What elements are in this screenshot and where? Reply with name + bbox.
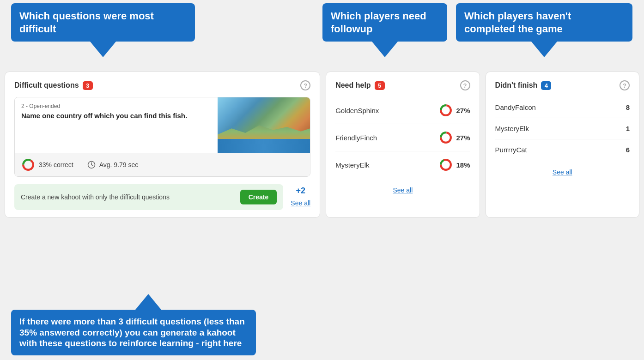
correct-donut [21,158,35,172]
create-button[interactable]: Create [240,190,277,204]
question-label: 2 - Open-ended [21,103,211,109]
card-header-didnt-finish: Didn't finish 4 ? [495,80,630,90]
see-all-need-help[interactable]: See all [335,186,470,194]
cards-row: Difficult questions 3 ? 2 - Open-ended N… [5,72,639,218]
create-bar-wrapper: Create a new kahoot with only the diffic… [14,182,283,210]
need-help-badge: 5 [375,81,385,90]
tooltip-2-text: Which players need followup [331,10,426,35]
tooltip-difficult-questions: Which questions were most difficult [11,3,195,42]
question-text-area: 2 - Open-ended Name one country off whic… [15,97,218,153]
player-name: GoldenSphinx [335,107,379,114]
difficult-questions-badge: 3 [83,81,93,90]
player-name: MysteryElk [335,161,369,169]
arrow-up-4 [135,294,161,310]
clock-icon [87,161,96,169]
arrow-down-1 [90,42,116,57]
need-help-title: Need help [335,81,371,90]
player-name: FriendlyFinch [335,134,377,142]
player-count: 6 [626,146,630,154]
player-row: FriendlyFinch 27% [335,124,470,151]
didnt-finish-players: DandyFalcon 8 MysteryElk 1 PurrrryCat 6 [495,97,630,160]
create-bar: Create a new kahoot with only the diffic… [14,184,283,210]
correct-stat: 33% correct [21,158,73,172]
need-help-card: Need help 5 ? GoldenSphinx 27% [326,72,480,218]
player-stat: 27% [439,103,470,117]
player-count: 1 [626,125,630,132]
player-count: 8 [626,103,630,111]
see-all-didnt-finish[interactable]: See all [495,168,630,176]
player-name: MysteryElk [495,125,529,132]
player-row: DandyFalcon 8 [495,97,630,118]
didnt-finish-badge: 4 [541,81,551,90]
question-text: Name one country off which you can find … [21,111,211,120]
player-donut [439,131,453,144]
tooltip-explanation: If there were more than 3 difficult ques… [11,310,256,355]
difficult-help-icon[interactable]: ? [300,80,310,90]
create-bar-text: Create a new kahoot with only the diffic… [21,193,170,201]
card-header-difficult: Difficult questions 3 ? [14,80,310,90]
player-pct: 27% [456,107,470,114]
avg-time-text: Avg. 9.79 sec [99,161,139,168]
difficult-questions-card: Difficult questions 3 ? 2 - Open-ended N… [5,72,320,218]
tooltip-3-text: Which players haven't completed the game [464,10,571,35]
player-donut [439,103,453,117]
avg-time-stat: Avg. 9.79 sec [87,161,139,169]
difficult-questions-title: Difficult questions [14,81,79,90]
player-pct: 18% [456,161,470,169]
correct-pct-text: 33% correct [39,161,73,168]
card-title-group-difficult: Difficult questions 3 [14,81,93,90]
didnt-finish-help-icon[interactable]: ? [620,80,630,90]
tooltip-4-text: If there were more than 3 difficult ques… [19,317,245,348]
card-title-group-need-help: Need help 5 [335,81,384,90]
question-card-inner: 2 - Open-ended Name one country off whic… [14,97,310,177]
tooltip-need-followup: Which players need followup [322,3,447,42]
question-image [218,97,310,153]
player-name: PurrrryCat [495,146,527,154]
player-stat: 18% [439,158,470,172]
card-title-group-didnt-finish: Didn't finish 4 [495,81,552,90]
card-header-need-help: Need help 5 ? [335,80,470,90]
tooltip-1-text: Which questions were most difficult [19,10,154,35]
player-row: PurrrryCat 6 [495,139,630,160]
player-row: GoldenSphinx 27% [335,97,470,124]
player-row: MysteryElk 1 [495,118,630,139]
need-help-icon[interactable]: ? [460,80,470,90]
player-name: DandyFalcon [495,103,536,111]
tooltip-not-completed: Which players haven't completed the game [456,3,632,42]
player-pct: 27% [456,134,470,142]
need-help-players: GoldenSphinx 27% FriendlyFinch [335,97,470,178]
player-donut [439,158,453,172]
see-all-difficult[interactable]: See all [291,199,310,207]
page-wrapper: Which questions were most difficult Whic… [0,0,644,360]
arrow-down-3 [531,42,557,57]
plus-more-section: +2 See all [291,182,310,207]
didnt-finish-card: Didn't finish 4 ? DandyFalcon 8 MysteryE… [486,72,639,218]
player-stat: 27% [439,131,470,144]
plus-more[interactable]: +2 [291,186,310,196]
question-bottom: 33% correct Avg. 9.79 sec [15,153,310,176]
arrow-down-2 [372,42,398,57]
didnt-finish-title: Didn't finish [495,81,538,90]
bottom-section: Create a new kahoot with only the diffic… [14,182,310,210]
svg-line-5 [91,165,93,166]
question-top: 2 - Open-ended Name one country off whic… [15,97,310,153]
player-row: MysteryElk 18% [335,151,470,178]
